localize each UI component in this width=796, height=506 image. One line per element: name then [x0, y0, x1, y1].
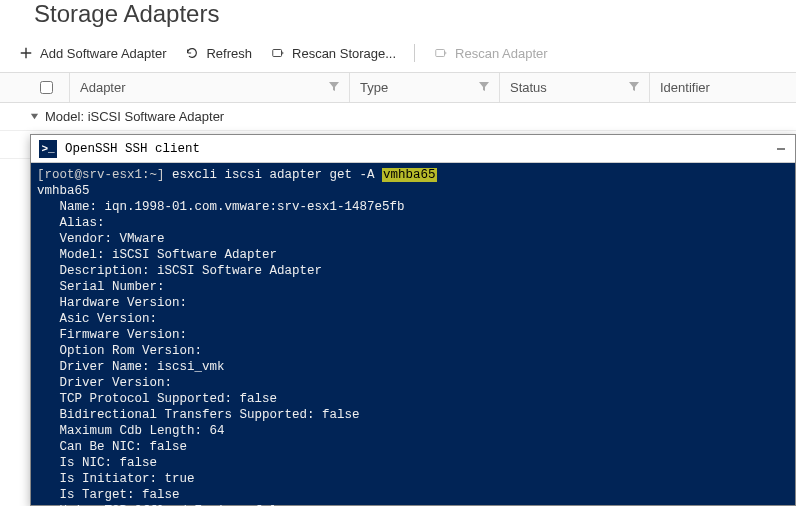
command-arg-highlight: vmhba65	[382, 168, 437, 182]
rescan-adapter-icon	[433, 45, 449, 61]
output-adapter-name: vmhba65	[37, 184, 90, 198]
rescan-adapter-button: Rescan Adapter	[433, 45, 548, 61]
col-expand	[0, 73, 30, 102]
rescan-storage-label: Rescan Storage...	[292, 46, 396, 61]
add-label: Add Software Adapter	[40, 46, 166, 61]
group-row[interactable]: Model: iSCSI Software Adapter	[0, 103, 796, 131]
terminal-output: Name: iqn.1998-01.com.vmware:srv-esx1-14…	[37, 200, 405, 506]
page-title: Storage Adapters	[0, 0, 796, 38]
toolbar: Add Software Adapter Refresh Rescan Stor…	[0, 38, 796, 73]
terminal-title: OpenSSH SSH client	[65, 141, 200, 157]
col-status-label: Status	[510, 80, 547, 95]
col-type-label: Type	[360, 80, 388, 95]
col-identifier[interactable]: Identifier	[650, 73, 796, 102]
refresh-icon	[184, 45, 200, 61]
add-software-adapter-button[interactable]: Add Software Adapter	[18, 45, 166, 61]
col-identifier-label: Identifier	[660, 80, 710, 95]
rescan-storage-button[interactable]: Rescan Storage...	[270, 45, 396, 61]
terminal-body[interactable]: [root@srv-esx1:~] esxcli iscsi adapter g…	[31, 163, 795, 506]
command-text: esxcli iscsi adapter get -A	[172, 168, 382, 182]
terminal-window: >_ OpenSSH SSH client [root@srv-esx1:~] …	[30, 134, 796, 506]
col-status[interactable]: Status	[500, 73, 650, 102]
rescan-adapter-label: Rescan Adapter	[455, 46, 548, 61]
select-all-checkbox[interactable]	[40, 81, 53, 94]
toolbar-separator	[414, 44, 415, 62]
plus-icon	[18, 45, 34, 61]
group-label: Model: iSCSI Software Adapter	[45, 109, 224, 124]
filter-icon[interactable]	[329, 80, 339, 95]
col-checkbox[interactable]	[30, 73, 70, 102]
col-adapter-label: Adapter	[80, 80, 126, 95]
svg-rect-1	[436, 50, 445, 57]
powershell-icon: >_	[39, 140, 57, 158]
rescan-storage-icon	[270, 45, 286, 61]
prompt: [root@srv-esx1:~]	[37, 168, 172, 182]
minimize-icon[interactable]	[775, 140, 787, 157]
collapse-icon[interactable]	[30, 109, 39, 124]
svg-rect-0	[273, 50, 282, 57]
filter-icon[interactable]	[479, 80, 489, 95]
col-type[interactable]: Type	[350, 73, 500, 102]
col-adapter[interactable]: Adapter	[70, 73, 350, 102]
refresh-label: Refresh	[206, 46, 252, 61]
refresh-button[interactable]: Refresh	[184, 45, 252, 61]
filter-icon[interactable]	[629, 80, 639, 95]
terminal-titlebar[interactable]: >_ OpenSSH SSH client	[31, 135, 795, 163]
table-header: Adapter Type Status Identifier	[0, 73, 796, 103]
